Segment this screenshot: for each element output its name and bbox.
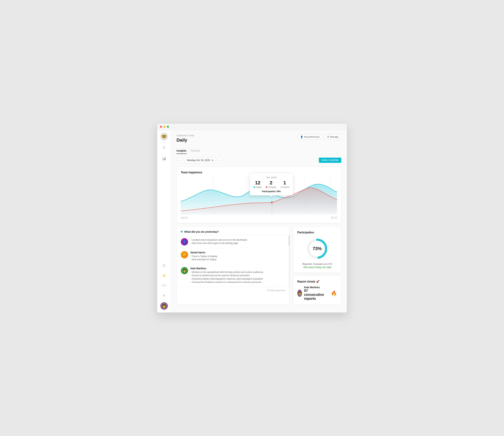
fire-icon: 🔥 <box>331 290 337 296</box>
responses-footer: 14 total responses <box>177 287 289 294</box>
sidebar-chart-icon[interactable]: 📊 <box>161 155 167 162</box>
donut-percentage: 73% <box>313 246 322 251</box>
tab-timeline[interactable]: Timeline <box>191 149 200 154</box>
response-text: - Fixes in Topbar & Sidebar - New animat… <box>190 255 285 261</box>
sidebar: 🤓 ☰ 📊 ☰ ⚡ </> ⊗ 👩 <box>157 130 171 313</box>
chart-area: Tue, Oct 6 12 Happy 2 <box>181 177 337 215</box>
response-name: Kate Martinez <box>190 267 285 270</box>
sidebar-code-icon[interactable]: </> <box>160 282 168 289</box>
header-actions: 👤 My preferences ⚙ Manage <box>297 134 341 139</box>
tooltip-participation-value: 79% <box>276 190 281 193</box>
tab-bar: Insights Timeline <box>177 148 341 154</box>
titlebar <box>157 124 347 130</box>
manage-button[interactable]: ⚙ Manage <box>324 134 341 139</box>
avatar: 😊 <box>181 251 188 258</box>
avatar: 👩 <box>181 267 188 274</box>
scrollbar[interactable] <box>289 235 289 287</box>
participation-change: +5% since Friday, Oct 16th <box>297 266 337 269</box>
response-name: Daniel Harris <box>190 251 285 254</box>
prev-date-button[interactable]: ← <box>177 157 182 163</box>
question-header: What did you do yesterday? <box>177 227 289 235</box>
response-content: Kate Martinez - Worked on the spreadshee… <box>190 267 285 284</box>
team-happiness-card: Team happiness Tue, Oct 6 12 Happy <box>177 167 341 223</box>
app-logo-avatar: 🤓 <box>160 133 168 140</box>
question-title: What did you do yesterday? <box>184 230 219 233</box>
sidebar-settings-icon[interactable]: ⊗ <box>161 292 167 299</box>
responses-list: 👤 - Located some responsive view errors … <box>177 235 289 287</box>
response-content: - Located some responsive view errors on… <box>190 238 285 245</box>
neutral-dot <box>280 186 282 188</box>
breadcrumb: Dashboard / Daily <box>177 134 194 137</box>
close-button[interactable] <box>160 126 162 128</box>
tooltip-unhappy: 2 Unhappy <box>266 180 276 188</box>
person-icon: 👤 <box>300 136 303 138</box>
chart-x-start: Sept 15 <box>181 216 188 219</box>
date-navigation: ← Monday Oct 19, 2020 ▾ → EARLY ACCESS <box>177 157 341 163</box>
chart-x-end: Oct 15 <box>331 216 337 219</box>
next-date-button[interactable]: → <box>218 157 224 163</box>
list-item: 😊 Daniel Harris - Fixes in Topbar & Side… <box>181 248 285 264</box>
response-text: - Located some responsive view errors on… <box>190 238 285 245</box>
participation-card: Participation 73% Reported: 14 people ou… <box>293 227 341 273</box>
sidebar-menu-icon[interactable]: ☰ <box>161 145 167 151</box>
response-content: Daniel Harris - Fixes in Topbar & Sideba… <box>190 251 285 261</box>
user-avatar[interactable]: 👩 <box>160 302 168 310</box>
list-item: 👤 - Located some responsive view errors … <box>181 235 285 248</box>
streak-avatar: 👩 <box>297 290 302 297</box>
question-card: What did you do yesterday? 👤 - Located s… <box>177 227 289 305</box>
sidebar-list-icon[interactable]: ☰ <box>161 262 167 269</box>
tooltip-date: Tue, Oct 6 <box>254 176 289 179</box>
gear-icon: ⚙ <box>327 136 329 138</box>
participation-reported: Reported: 14 people out of 19 <box>297 263 337 265</box>
streak-card: Report streak 🚀 👩 Kate Martinez 57 conse… <box>293 276 341 305</box>
minimize-button[interactable] <box>163 126 165 128</box>
tooltip-happy: 12 Happy <box>254 180 262 188</box>
donut-chart: 73% <box>297 238 337 260</box>
tooltip-stats: 12 Happy 2 Unhappy <box>254 180 289 188</box>
right-column: Participation 73% Reported: 14 people ou… <box>293 227 341 308</box>
page-header: Dashboard / Daily Daily 👤 My preferences… <box>177 134 341 146</box>
early-access-button[interactable]: EARLY ACCESS <box>319 158 341 163</box>
main-content: Dashboard / Daily Daily 👤 My preferences… <box>171 130 347 313</box>
streak-person-name: Kate Martinez <box>304 286 329 289</box>
chart-tooltip: Tue, Oct 6 12 Happy 2 <box>250 173 293 195</box>
maximize-button[interactable] <box>167 126 169 128</box>
page-title: Daily <box>177 138 194 143</box>
bottom-section: What did you do yesterday? 👤 - Located s… <box>177 227 341 308</box>
streak-header: Report streak 🚀 <box>297 280 337 283</box>
scroll-thumb[interactable] <box>289 235 289 246</box>
participation-title: Participation <box>297 231 337 234</box>
sidebar-bolt-icon[interactable]: ⚡ <box>161 272 167 279</box>
date-picker[interactable]: Monday Oct 19, 2020 ▾ <box>184 157 216 163</box>
preferences-button[interactable]: 👤 My preferences <box>297 134 323 139</box>
streak-info: Kate Martinez 57 consecutive reports <box>304 286 329 301</box>
tooltip-participation: Participation 79% <box>254 190 289 193</box>
happy-dot <box>254 186 255 188</box>
question-indicator <box>181 231 182 232</box>
streak-item: 👩 Kate Martinez 57 consecutive reports 🔥 <box>297 286 337 301</box>
chart-x-labels: Sept 15 Oct 15 <box>181 216 337 219</box>
avatar: 👤 <box>181 238 188 245</box>
streak-title: Report streak 🚀 <box>297 280 319 283</box>
unhappy-dot <box>266 186 267 188</box>
chevron-down-icon: ▾ <box>212 159 213 162</box>
response-text: - Worked on the spreadsheet with the blo… <box>190 270 285 284</box>
tab-insights[interactable]: Insights <box>177 149 187 154</box>
streak-count: 57 consecutive reports <box>304 289 329 301</box>
tooltip-neutral: 1 Neutral <box>280 180 289 188</box>
list-item: 👩 Kate Martinez - Worked on the spreadsh… <box>181 264 285 287</box>
